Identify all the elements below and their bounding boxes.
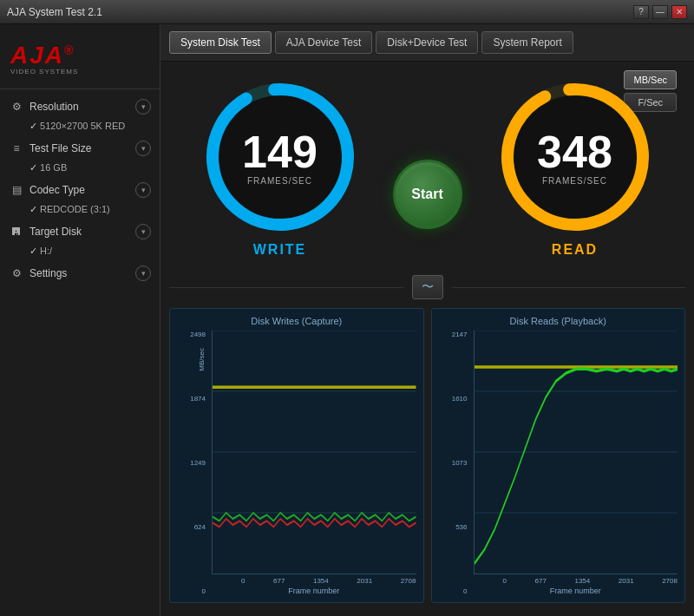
write-y-624: 624 [194, 523, 206, 531]
write-x-0: 0 [241, 577, 245, 585]
disk-label: Target Disk [29, 226, 135, 238]
gauges-area: 149 FRAMES/SEC WRITE Start [169, 70, 685, 266]
read-label: READ [552, 242, 598, 258]
logo-area: AJA® VIDEO SYSTEMS [0, 33, 160, 89]
read-x-677: 677 [535, 577, 547, 585]
aja-logo: AJA® [10, 42, 149, 69]
tab-system-report[interactable]: System Report [481, 31, 573, 54]
file-size-chevron[interactable]: ▾ [135, 141, 151, 156]
write-graph-wrapper: 0 677 1354 2031 2708 Frame number [212, 331, 416, 595]
tab-disk-device-test[interactable]: Disk+Device Test [376, 31, 478, 54]
minimize-button[interactable]: — [652, 5, 668, 19]
write-y-label: MB/sec [198, 348, 206, 371]
disk-icon: 🖪 [9, 224, 24, 239]
write-chart: Disk Writes (Capture) MB/sec 2498 1874 1… [169, 308, 424, 603]
settings-icon: ⚙ [9, 265, 24, 281]
write-y-2498: 2498 [190, 331, 206, 338]
read-y-1610: 1610 [452, 395, 468, 403]
read-y-0: 0 [463, 587, 467, 595]
resolution-icon: ⚙ [9, 99, 24, 115]
write-x-677: 677 [273, 577, 285, 585]
title-text: AJA System Test 2.1 [7, 6, 633, 18]
start-button[interactable]: Start [393, 160, 462, 229]
settings-chevron[interactable]: ▾ [135, 265, 151, 281]
main-content: MB/Sec F/Sec 149 [160, 62, 694, 616]
write-x-2708: 2708 [401, 577, 416, 585]
write-graph-area [212, 331, 416, 574]
divider-left [169, 287, 403, 288]
write-chart-title: Disk Writes (Capture) [177, 316, 416, 326]
charts-area: Disk Writes (Capture) MB/sec 2498 1874 1… [169, 308, 685, 607]
logo-subtitle: VIDEO SYSTEMS [10, 68, 149, 75]
file-size-icon: ≡ [9, 141, 24, 156]
write-x-axis-label: Frame number [212, 587, 416, 595]
read-y-536: 536 [455, 523, 467, 531]
read-chart: Disk Reads (Playback) 2147 1610 1073 536… [431, 308, 686, 603]
codec-value: REDCODE (3:1) [0, 202, 160, 220]
content-area: System Disk Test AJA Device Test Disk+De… [160, 24, 694, 616]
write-y-axis: MB/sec 2498 1874 1249 624 0 [177, 331, 208, 595]
read-graph-area [474, 331, 678, 574]
read-x-1354: 1354 [574, 577, 590, 585]
sidebar-item-settings[interactable]: ⚙ Settings ▾ [0, 261, 160, 285]
settings-label: Settings [29, 267, 135, 279]
sidebar-item-test-file-size[interactable]: ≡ Test File Size ▾ [0, 136, 160, 161]
read-x-2708: 2708 [662, 577, 678, 585]
read-y-1073: 1073 [452, 459, 468, 467]
write-gauge-ring: 149 FRAMES/SEC [202, 79, 358, 235]
write-x-labels: 0 677 1354 2031 2708 [212, 577, 416, 585]
read-graph-wrapper: 0 677 1354 2031 2708 Frame number [474, 331, 678, 595]
disk-value: H:/ [0, 244, 160, 261]
sidebar: AJA® VIDEO SYSTEMS ⚙ Resolution ▾ 5120×2… [0, 24, 160, 616]
help-button[interactable]: ? [633, 5, 649, 19]
sidebar-item-codec-type[interactable]: ▤ Codec Type ▾ [0, 178, 160, 202]
write-gauge: 149 FRAMES/SEC WRITE [202, 79, 358, 258]
file-size-label: Test File Size [29, 142, 135, 154]
write-x-1354: 1354 [313, 577, 329, 585]
read-y-2147: 2147 [452, 331, 468, 338]
divider-area: 〜 [169, 271, 685, 304]
write-chart-body: MB/sec 2498 1874 1249 624 0 [177, 331, 416, 595]
read-number: 348 [537, 129, 612, 174]
resolution-label: Resolution [29, 101, 135, 113]
read-gauge: 348 FRAMES/SEC READ [497, 79, 653, 258]
read-x-2031: 2031 [619, 577, 634, 585]
window-controls: ? — ✕ [633, 5, 687, 19]
divider-right [452, 287, 686, 288]
write-number: 149 [242, 129, 318, 174]
sidebar-item-resolution[interactable]: ⚙ Resolution ▾ [0, 95, 160, 119]
read-gauge-ring: 348 FRAMES/SEC [497, 79, 653, 235]
resolution-value: 5120×2700 5K RED [0, 119, 160, 136]
write-value-display: 149 FRAMES/SEC [242, 129, 318, 186]
read-y-axis: 2147 1610 1073 536 0 [439, 331, 470, 595]
file-size-value: 16 GB [0, 161, 160, 178]
write-y-1249: 1249 [190, 459, 206, 467]
codec-label: Codec Type [29, 184, 135, 196]
write-x-2031: 2031 [357, 577, 372, 585]
sidebar-item-target-disk[interactable]: 🖪 Target Disk ▾ [0, 220, 160, 244]
read-chart-body: 2147 1610 1073 536 0 [439, 331, 678, 595]
read-x-axis-label: Frame number [474, 587, 678, 595]
tab-aja-device-test[interactable]: AJA Device Test [275, 31, 372, 54]
read-value-display: 348 FRAMES/SEC [537, 129, 612, 186]
write-unit: FRAMES/SEC [242, 176, 318, 186]
sidebar-section: ⚙ Resolution ▾ 5120×2700 5K RED ≡ Test F… [0, 89, 160, 291]
read-unit: FRAMES/SEC [537, 176, 612, 186]
top-nav: System Disk Test AJA Device Test Disk+De… [160, 24, 694, 62]
title-bar: AJA System Test 2.1 ? — ✕ [0, 0, 694, 24]
waveform-icon[interactable]: 〜 [412, 275, 443, 299]
resolution-chevron[interactable]: ▾ [135, 99, 151, 115]
codec-chevron[interactable]: ▾ [135, 182, 151, 198]
write-y-0: 0 [202, 587, 206, 595]
read-chart-title: Disk Reads (Playback) [439, 316, 678, 326]
read-x-0: 0 [503, 577, 507, 585]
close-button[interactable]: ✕ [671, 5, 687, 19]
codec-icon: ▤ [9, 182, 24, 198]
read-x-labels: 0 677 1354 2031 2708 [474, 577, 678, 585]
disk-chevron[interactable]: ▾ [135, 224, 151, 239]
tab-system-disk-test[interactable]: System Disk Test [169, 31, 272, 54]
write-y-1874: 1874 [190, 395, 206, 403]
main-container: AJA® VIDEO SYSTEMS ⚙ Resolution ▾ 5120×2… [0, 24, 694, 616]
write-label: WRITE [253, 242, 307, 258]
